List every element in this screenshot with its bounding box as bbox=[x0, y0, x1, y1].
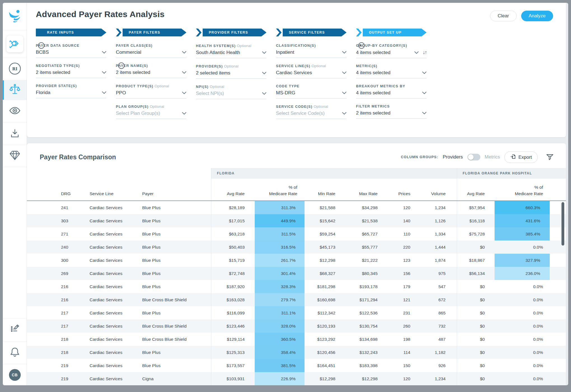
filters-panel: Advanced Payer Rates Analysis Clear Anal… bbox=[27, 3, 566, 137]
analyze-button[interactable]: Analyze bbox=[521, 11, 553, 21]
cell-volume: 1,234 bbox=[413, 372, 457, 385]
column-header-label[interactable]: Avg Rate bbox=[467, 191, 485, 197]
export-label: Export bbox=[518, 155, 532, 160]
chevron-down-icon bbox=[342, 50, 347, 55]
cell-payer: Blue Cross Blue Shield bbox=[140, 319, 211, 333]
dropdown-select[interactable]: 4 items selected↓↑ bbox=[356, 50, 427, 58]
claims-icon-card bbox=[6, 36, 23, 52]
column-header: Avg Rate bbox=[457, 179, 488, 200]
filter-field: PAYER DATA SOURCEBCBS bbox=[36, 44, 106, 58]
wizard-column: PAYER FILTERSPAYER CLASS(ES)CommercialPA… bbox=[116, 29, 186, 125]
wizard-column: RATE INPUTSPAYER DATA SOURCEBCBSNEGOTIAT… bbox=[36, 29, 106, 125]
cell-filler bbox=[553, 346, 566, 359]
column-header-label[interactable]: Payer bbox=[142, 191, 154, 197]
column-header-label[interactable]: Prices bbox=[398, 191, 410, 197]
dropdown-value: 2 items selected bbox=[116, 70, 180, 75]
advanced-filter-icon[interactable] bbox=[546, 154, 554, 160]
dropdown-select[interactable]: 2 items selected bbox=[36, 70, 106, 78]
column-header-label[interactable]: Volume bbox=[431, 191, 446, 197]
dropdown-select[interactable]: Select NPI(s) bbox=[196, 91, 266, 99]
pct-highlight: 226.9% bbox=[255, 372, 305, 385]
toggle-option-metrics[interactable]: Metrics bbox=[485, 154, 500, 160]
cell-drg: 219 bbox=[27, 372, 87, 385]
dropdown-select[interactable]: Florida bbox=[36, 90, 106, 98]
sidebar-item-ri[interactable]: RI bbox=[3, 58, 27, 80]
column-header-label[interactable]: Max Rate bbox=[359, 191, 378, 197]
dropdown-select[interactable]: Select Plan Group(s) bbox=[116, 111, 186, 119]
cell-volume: 975 bbox=[413, 267, 457, 280]
column-header: Volume bbox=[413, 179, 457, 200]
export-button[interactable]: Export bbox=[504, 151, 538, 163]
sort-order-icon[interactable]: ↓↑ bbox=[423, 50, 427, 55]
dropdown-select[interactable]: MS-DRG bbox=[276, 90, 347, 99]
dropdown-select[interactable]: BCBS bbox=[36, 50, 106, 58]
cell-min-rate: $160,698 bbox=[306, 293, 338, 306]
sidebar-item-rates-active[interactable] bbox=[3, 80, 27, 100]
dropdown-value: Florida bbox=[36, 90, 100, 95]
cell-drg: 300 bbox=[27, 254, 87, 267]
filter-field: SERVICE CODE(S)OptionalSelect Service Co… bbox=[276, 104, 347, 119]
field-label-text: PROVIDER(S) bbox=[196, 64, 223, 68]
chevron-down-icon bbox=[342, 70, 347, 75]
cell-hospital-pct-medicare: 660.3% bbox=[488, 201, 553, 214]
main-area: Advanced Payer Rates Analysis Clear Anal… bbox=[27, 3, 568, 385]
sidebar-item-claims[interactable] bbox=[3, 30, 27, 58]
column-header-label[interactable]: % ofMedicare Rate bbox=[269, 184, 297, 197]
dropdown-select[interactable]: 2 selected items bbox=[196, 70, 266, 79]
app-window: RI bbox=[3, 3, 568, 385]
dropdown-select[interactable]: South Atlantic Health bbox=[196, 50, 266, 58]
cell-volume: 865 bbox=[413, 306, 457, 319]
cell-payer: Blue Plus bbox=[140, 254, 211, 267]
chevron-down-icon bbox=[262, 50, 266, 55]
cell-max-rate: $122,536 bbox=[338, 306, 380, 319]
cell-hospital-avg-rate: $57,954 bbox=[457, 201, 488, 214]
sidebar: RI bbox=[3, 3, 27, 385]
table-title: Payer Rates Comparison bbox=[40, 153, 401, 161]
sidebar-item-download[interactable] bbox=[3, 123, 27, 145]
cell-avg-rate: $116,099 bbox=[211, 306, 247, 319]
dropdown-select[interactable]: 4 items selected bbox=[356, 90, 427, 99]
clear-button[interactable]: Clear bbox=[490, 11, 517, 21]
sidebar-item-edit-list[interactable] bbox=[3, 318, 27, 342]
dropdown-select[interactable]: 2 items selected bbox=[356, 110, 427, 119]
cell-filler bbox=[553, 267, 566, 280]
dropdown-select[interactable]: PPO bbox=[116, 90, 186, 99]
optional-tag: Optional bbox=[155, 84, 169, 88]
user-avatar[interactable]: CB bbox=[9, 369, 21, 381]
column-header-label[interactable]: Min Rate bbox=[318, 191, 335, 197]
cell-pct-medicare: 316.5% bbox=[247, 241, 306, 254]
banner-chevron-piece bbox=[356, 29, 362, 36]
field-label-text: PAYER CLASS(ES) bbox=[116, 44, 153, 48]
cell-prices: 114 bbox=[380, 346, 413, 359]
column-header-label[interactable]: Service Line bbox=[90, 191, 113, 197]
filter-field: CODE TYPEMS-DRG bbox=[276, 84, 347, 99]
sidebar-item-notifications[interactable] bbox=[3, 342, 27, 364]
dropdown-select[interactable]: 4 items selected bbox=[356, 70, 427, 78]
column-groups-toggle[interactable] bbox=[467, 154, 480, 160]
dropdown-select[interactable]: 2 items selected bbox=[116, 70, 186, 78]
table-row: 217Cardiac ServicesBlue Plus$116,099311.… bbox=[27, 306, 566, 319]
cell-payer: Blue Plus bbox=[140, 214, 211, 227]
dropdown-select[interactable]: Cardiac Services bbox=[276, 70, 347, 78]
cell-hospital-pct-medicare: 0.0% bbox=[488, 241, 553, 254]
filter-field: PAYER CLASS(ES)Commercial bbox=[116, 44, 186, 58]
column-header-label[interactable]: Avg Rate bbox=[227, 191, 245, 197]
cell-max-rate: $171,294 bbox=[338, 293, 380, 306]
dropdown-select[interactable]: Inpatient bbox=[276, 50, 347, 58]
vertical-scrollbar[interactable] bbox=[561, 202, 564, 246]
filter-field: HEALTH SYSTEM(S)OptionalSouth Atlantic H… bbox=[196, 44, 266, 58]
sidebar-item-premium[interactable] bbox=[3, 145, 27, 167]
dropdown-select[interactable]: Select Service Code(s) bbox=[276, 111, 347, 119]
banner-chevron-piece bbox=[116, 29, 121, 36]
cell-min-rate: $15,642 bbox=[306, 214, 338, 227]
dropdown-select[interactable]: Commercial bbox=[116, 50, 186, 58]
sidebar-user[interactable]: CB bbox=[3, 364, 27, 385]
sidebar-item-view[interactable] bbox=[3, 100, 27, 123]
column-header-label[interactable]: DRG bbox=[61, 191, 71, 197]
toggle-option-providers[interactable]: Providers bbox=[443, 154, 463, 160]
gem-icon bbox=[9, 150, 21, 162]
field-label-text: PROVIDER STATE(S) bbox=[36, 84, 77, 88]
column-header-label[interactable]: % ofMedicare Rate bbox=[515, 184, 543, 197]
filter-field: PAYER NAME(S)2 items selected bbox=[116, 64, 186, 78]
cell-avg-rate: $15,719 bbox=[211, 254, 247, 267]
